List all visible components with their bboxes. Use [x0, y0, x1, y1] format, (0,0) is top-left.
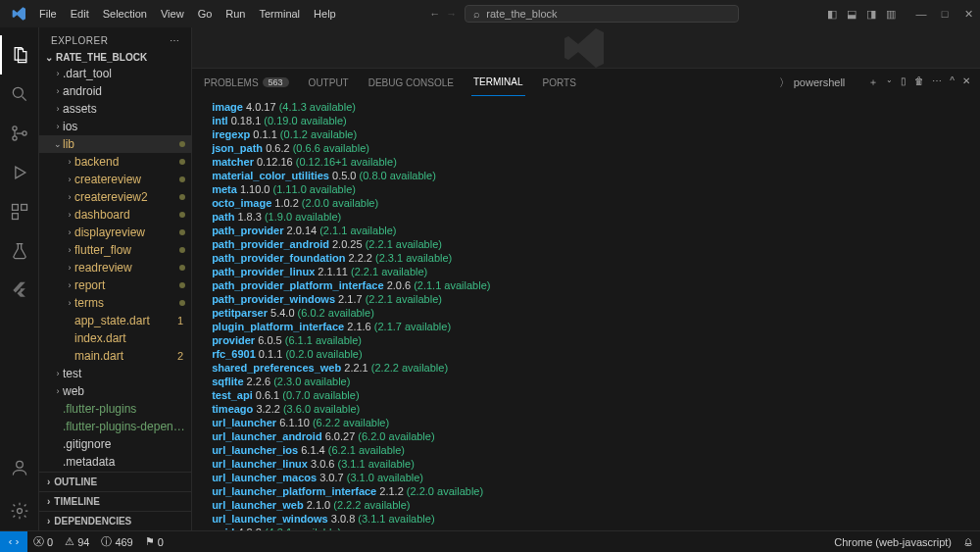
tab-output[interactable]: OUTPUT	[307, 69, 351, 96]
svg-point-2	[12, 126, 16, 130]
tree-item[interactable]: app_state.dart1	[39, 312, 191, 329]
terminal-line: url_launcher_platform_interface 2.1.2 (2…	[206, 484, 966, 498]
tree-item[interactable]: ›.dart_tool	[39, 65, 191, 82]
panel-close-icon[interactable]: ✕	[962, 75, 970, 89]
search-sidebar-icon[interactable]	[0, 75, 39, 114]
terminal-dropdown-icon[interactable]: ⌄	[886, 75, 893, 89]
tree-item[interactable]: ›ios	[39, 118, 191, 135]
tree-item[interactable]: ›web	[39, 382, 191, 400]
menu-terminal[interactable]: Terminal	[254, 4, 307, 24]
tree-item-name: createreview	[74, 173, 179, 186]
status-language[interactable]: Chrome (web-javascript)	[828, 536, 957, 548]
modified-dot-icon	[179, 194, 185, 200]
command-center-search[interactable]: ⌕ rate_the_block	[465, 5, 739, 23]
layout-right-icon[interactable]: ◨	[866, 8, 876, 21]
layout-bottom-icon[interactable]: ⬓	[847, 8, 857, 21]
terminal-line: shared_preferences_web 2.2.1 (2.2.2 avai…	[206, 361, 966, 375]
menu-file[interactable]: File	[33, 4, 63, 24]
search-icon: ⌕	[473, 8, 480, 20]
window-close-icon[interactable]: ✕	[962, 8, 974, 21]
terminal-output[interactable]: image 4.0.17 (4.1.3 available) intl 0.18…	[192, 96, 980, 530]
terminal-line: uuid 4.2.2 (4.3.1 available)	[206, 526, 966, 530]
remote-indicator[interactable]	[0, 531, 27, 552]
tab-terminal[interactable]: TERMINAL	[471, 69, 525, 96]
status-notifications-icon[interactable]: 🕭	[957, 536, 980, 548]
tab-debug-console[interactable]: DEBUG CONSOLE	[367, 69, 456, 96]
accounts-icon[interactable]	[0, 448, 39, 487]
extensions-icon[interactable]	[0, 192, 39, 231]
tab-problems[interactable]: PROBLEMS 563	[202, 69, 291, 96]
tree-item[interactable]: index.dart	[39, 329, 191, 347]
layout-grid-icon[interactable]: ▥	[886, 8, 896, 21]
testing-icon[interactable]	[0, 231, 39, 271]
tree-item-name: web	[63, 384, 191, 398]
terminal-line: provider 6.0.5 (6.1.1 available)	[206, 333, 966, 347]
status-warnings[interactable]: ⚠94	[59, 535, 95, 548]
modified-dot-icon	[179, 141, 185, 147]
nav-forward-icon[interactable]: →	[446, 8, 457, 20]
tree-item[interactable]: ›createreview2	[39, 188, 191, 206]
source-control-icon[interactable]	[0, 114, 39, 153]
nav-back-icon[interactable]: ←	[429, 8, 440, 20]
chevron-icon: ›	[65, 175, 74, 184]
new-terminal-icon[interactable]: ＋	[868, 75, 878, 89]
terminal-line: url_launcher_linux 3.0.6 (3.1.1 availabl…	[206, 457, 966, 471]
sidebar-section-timeline[interactable]: › TIMELINE	[39, 491, 191, 511]
sidebar-section-dependencies[interactable]: › DEPENDENCIES	[39, 511, 191, 530]
status-messages[interactable]: ⚑0	[139, 535, 170, 548]
modified-dot-icon	[179, 229, 185, 235]
flutter-icon[interactable]	[0, 271, 39, 310]
tree-item[interactable]: ›assets	[39, 100, 191, 118]
tree-item[interactable]: .flutter-plugins-dependencies	[39, 418, 191, 435]
tab-ports[interactable]: PORTS	[541, 69, 578, 96]
tree-item[interactable]: ›report	[39, 276, 191, 294]
tree-item[interactable]: ›backend	[39, 153, 191, 171]
layout-left-icon[interactable]: ◧	[827, 8, 837, 21]
terminal-line: material_color_utilities 0.5.0 (0.8.0 av…	[206, 169, 966, 182]
tree-item[interactable]: ›android	[39, 82, 191, 100]
panel-maximize-icon[interactable]: ^	[950, 75, 955, 89]
tree-item[interactable]: ›createreview	[39, 171, 191, 188]
status-info[interactable]: ⓘ469	[95, 534, 138, 549]
tree-item[interactable]: ›readreview	[39, 259, 191, 276]
tree-item[interactable]: .metadata	[39, 453, 191, 471]
file-tree: ⌄RATE_THE_BLOCK ›.dart_tool›android›asse…	[39, 50, 191, 472]
kill-terminal-icon[interactable]: 🗑	[914, 75, 924, 89]
title-bar: FileEditSelectionViewGoRunTerminalHelp ←…	[0, 0, 980, 27]
tree-item[interactable]: .gitignore	[39, 435, 191, 453]
menu-run[interactable]: Run	[220, 4, 251, 24]
terminal-line: url_launcher_web 2.1.0 (2.2.2 available)	[206, 498, 966, 512]
tree-item[interactable]: ›dashboard	[39, 206, 191, 224]
explorer-more-icon[interactable]: ⋯	[170, 35, 180, 46]
menu-go[interactable]: Go	[192, 4, 219, 24]
tree-item-name: .metadata	[63, 455, 191, 469]
tree-item-name: .flutter-plugins	[63, 402, 191, 416]
sidebar-section-outline[interactable]: › OUTLINE	[39, 472, 191, 491]
window-maximize-icon[interactable]: □	[939, 8, 951, 21]
tree-item-name: readreview	[74, 261, 179, 275]
modified-badge: 1	[177, 315, 183, 326]
menu-view[interactable]: View	[155, 4, 190, 24]
menu-help[interactable]: Help	[308, 4, 342, 24]
panel-more-icon[interactable]: ⋯	[932, 75, 942, 89]
tree-item[interactable]: ›test	[39, 365, 191, 382]
svg-point-4	[22, 131, 25, 135]
split-terminal-icon[interactable]: ▯	[901, 75, 906, 89]
tree-item[interactable]: ›displayreview	[39, 224, 191, 241]
terminal-selector[interactable]: 〉 powershell	[779, 75, 846, 90]
menu-selection[interactable]: Selection	[97, 4, 153, 24]
tree-item[interactable]: ›flutter_flow	[39, 241, 191, 259]
tree-item[interactable]: .flutter-plugins	[39, 400, 191, 418]
window-minimize-icon[interactable]: —	[915, 8, 927, 21]
tree-item[interactable]: main.dart2	[39, 347, 191, 365]
explorer-icon[interactable]	[0, 35, 39, 75]
terminal-line: octo_image 1.0.2 (2.0.0 available)	[206, 196, 966, 210]
tree-item-name: .gitignore	[63, 437, 191, 451]
tree-item[interactable]: ›terms	[39, 294, 191, 312]
menu-edit[interactable]: Edit	[65, 4, 95, 24]
tree-root[interactable]: ⌄RATE_THE_BLOCK	[39, 50, 191, 65]
status-errors[interactable]: ⓧ0	[27, 534, 59, 549]
run-debug-icon[interactable]	[0, 153, 39, 192]
tree-item[interactable]: ⌄lib	[39, 135, 191, 153]
settings-gear-icon[interactable]	[0, 491, 39, 530]
